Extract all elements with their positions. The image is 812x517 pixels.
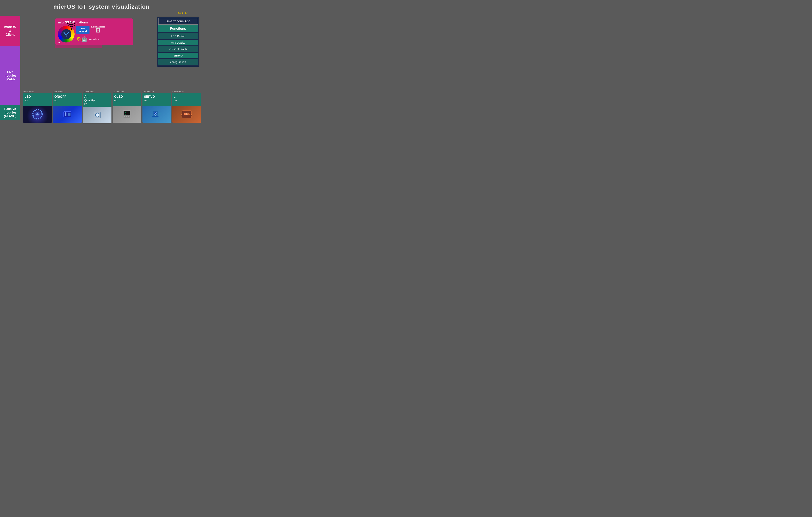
automation-icon: ⚙🤖 (77, 36, 87, 42)
svg-rect-21 (158, 113, 161, 114)
automation-label: automation (89, 38, 98, 40)
func-servo[interactable]: SERVO (158, 53, 198, 58)
func-onoff-switch[interactable]: ON/OFF swith (158, 46, 198, 52)
led-ring-svg (32, 109, 43, 120)
svg-rect-24 (152, 116, 158, 117)
module-led-load-label: LoadModule (23, 90, 34, 93)
module-servo: LoadModule SERVO I/O (142, 90, 171, 123)
module-onoff-io: I/O (54, 99, 80, 102)
module-oled-name: OLED (114, 95, 140, 99)
wifi-large-icon (66, 22, 77, 32)
wifi-network-box: WiFi Network (77, 26, 89, 34)
iot-platform: micrOS IoT platform (55, 19, 133, 48)
svg-text:21: 21 (125, 112, 127, 114)
module-led-img (23, 106, 52, 123)
module-led-name: LED (25, 95, 50, 99)
air-sensor-svg (93, 110, 102, 120)
module-air-name: Air Quality (84, 95, 110, 102)
svg-rect-19 (128, 116, 129, 117)
module-oled: LoadModule OLED I/O 21 201x (113, 90, 141, 123)
io-label: I/O (58, 41, 61, 44)
svg-rect-6 (68, 113, 70, 116)
db-cylinder-icon: 🗄 (91, 28, 105, 33)
iot-logo (58, 26, 75, 43)
module-more-box: ... I/O (172, 93, 201, 106)
module-air-img (83, 107, 112, 123)
module-servo-img (142, 106, 171, 123)
svg-point-0 (71, 29, 72, 30)
module-air-box: Air Quality I/O (83, 93, 112, 107)
smartphone-app-panel: Smartphone App Functions LED Button AIR … (157, 17, 199, 67)
database-box: system database 🗄 (91, 26, 105, 33)
oled-sensor-svg: 21 201x (122, 110, 132, 119)
more-module-svg (181, 110, 192, 119)
module-more: LoadModule ... I/O (172, 90, 201, 123)
module-more-img (172, 106, 201, 123)
module-air-quality: LoadModule Air Quality I/O (83, 90, 112, 123)
func-led-button[interactable]: LED Button (158, 33, 198, 39)
module-oled-load-label: LoadModule (113, 90, 124, 93)
module-more-io: I/O (174, 99, 200, 102)
module-oled-io: I/O (114, 99, 140, 102)
automation-row: ⚙🤖 automation (77, 36, 130, 42)
svg-rect-18 (126, 116, 127, 117)
module-onoff-img (53, 106, 82, 123)
func-configuration[interactable]: configuration (158, 59, 198, 65)
module-oled-img: 21 201x (113, 106, 141, 123)
servo-svg (151, 109, 163, 119)
svg-point-3 (36, 113, 38, 115)
module-servo-load-label: LoadModule (142, 90, 154, 93)
relay-svg (63, 111, 72, 118)
module-onoff-name: ON/OFF (54, 95, 80, 99)
module-air-load-label: LoadModule (83, 90, 94, 93)
module-led-box: LED I/O (23, 93, 52, 106)
wifi-logo-icon (63, 32, 69, 37)
module-more-name: ... (174, 95, 200, 99)
func-air-quality[interactable]: AIR Quality (158, 40, 198, 46)
svg-point-8 (95, 113, 99, 117)
module-more-load-label: LoadModule (172, 90, 184, 93)
module-led: LoadModule LED I/O (23, 90, 52, 123)
sidebar-micros: micrOS & Client (0, 16, 20, 46)
sidebar-passive: Passive modules (FLASH) (0, 105, 20, 120)
left-sidebar: micrOS & Client Live modules (RAM) Passi… (0, 16, 20, 129)
module-servo-box: SERVO I/O (142, 93, 171, 106)
functions-label: Functions (158, 25, 198, 32)
module-led-io: I/O (25, 99, 50, 102)
module-onoff-box: ON/OFF I/O (53, 93, 82, 106)
iot-right-section: WiFi Network system database 🗄 ⚙🤖 automa… (77, 26, 130, 42)
iot-platform-notch (55, 45, 102, 48)
module-air-io: I/O (84, 103, 110, 106)
module-servo-io: I/O (144, 99, 170, 102)
svg-point-29 (187, 113, 190, 115)
svg-point-23 (155, 113, 156, 114)
sidebar-live: Live modules (RAM) (0, 46, 20, 105)
module-onoff-load-label: LoadModule (53, 90, 64, 93)
wifi-network-label: WiFi Network (79, 27, 87, 32)
wifi-db-row: WiFi Network system database 🗄 (77, 26, 130, 34)
smartphone-app-label: Smartphone App (158, 18, 198, 25)
modules-row: LoadModule LED I/O LoadModule ON/OFF I/O (21, 89, 203, 129)
svg-rect-5 (65, 112, 66, 116)
module-oled-box: OLED I/O (113, 93, 141, 106)
svg-text:201x: 201x (124, 114, 127, 115)
module-onoff: LoadModule ON/OFF I/O (53, 90, 82, 123)
svg-rect-17 (124, 116, 125, 117)
iot-platform-box: micrOS IoT platform (55, 19, 133, 45)
page-title: micrOS IoT system visualization (0, 0, 203, 10)
iot-platform-inner: WiFi Network system database 🗄 ⚙🤖 automa… (58, 26, 130, 43)
note-label: NOTE: (178, 11, 188, 16)
module-servo-name: SERVO (144, 95, 170, 99)
